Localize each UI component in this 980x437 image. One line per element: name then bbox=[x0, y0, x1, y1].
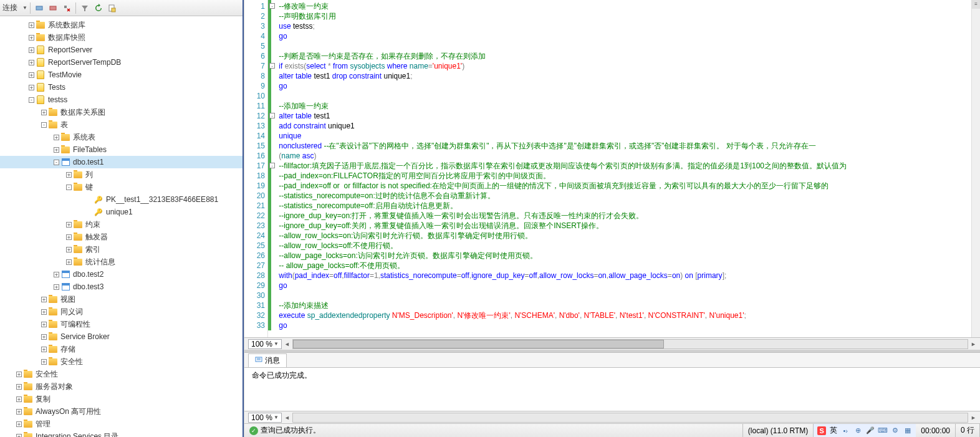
vertical-scrollbar[interactable]: ≡ bbox=[971, 0, 980, 337]
tree-node[interactable]: +统计信息 bbox=[0, 256, 243, 268]
expand-toggle[interactable]: + bbox=[54, 147, 59, 153]
expand-toggle[interactable]: + bbox=[66, 259, 72, 265]
tree-node[interactable]: +约束 bbox=[0, 218, 243, 231]
expand-toggle[interactable]: + bbox=[41, 110, 47, 115]
disconnect-icon[interactable] bbox=[33, 2, 46, 14]
expand-toggle[interactable]: + bbox=[16, 409, 22, 415]
tree-node[interactable]: +管理 bbox=[0, 418, 243, 430]
tree-node[interactable]: +系统表 bbox=[0, 131, 243, 143]
expand-toggle[interactable]: + bbox=[29, 47, 34, 53]
tree-node[interactable]: +Integration Services 目录 bbox=[0, 430, 243, 437]
tree-node[interactable]: +可编程性 bbox=[0, 318, 243, 330]
tree-node[interactable]: 🔑unique1 bbox=[0, 206, 243, 218]
expand-toggle[interactable]: + bbox=[29, 22, 34, 28]
tree-node[interactable]: +存储 bbox=[0, 343, 243, 355]
tree-node[interactable]: +服务器对象 bbox=[0, 380, 243, 393]
tree-node[interactable]: +ReportServer bbox=[0, 44, 243, 56]
connect-label[interactable]: 连接 bbox=[2, 2, 17, 13]
tree-node[interactable]: +触发器 bbox=[0, 231, 243, 243]
scroll-right-icon[interactable]: ► bbox=[971, 415, 976, 421]
tree-node[interactable]: +数据库关系图 bbox=[0, 106, 243, 118]
expand-toggle[interactable]: - bbox=[54, 160, 59, 165]
expand-toggle[interactable]: + bbox=[29, 85, 34, 90]
expand-toggle[interactable]: + bbox=[29, 60, 34, 65]
scrollbar-thumb[interactable] bbox=[293, 340, 664, 348]
expand-toggle[interactable]: + bbox=[16, 372, 22, 377]
scroll-right-icon[interactable]: ► bbox=[971, 341, 976, 347]
ime-keyboard-icon[interactable]: ⌨ bbox=[878, 426, 887, 435]
fold-toggle[interactable]: - bbox=[269, 113, 275, 118]
tree-node[interactable]: +Service Broker bbox=[0, 330, 243, 343]
tree-node[interactable]: +安全性 bbox=[0, 355, 243, 368]
expand-toggle[interactable]: + bbox=[66, 234, 72, 240]
tree-node[interactable]: +FileTables bbox=[0, 143, 243, 156]
scroll-left-icon[interactable]: ◄ bbox=[284, 341, 290, 347]
horizontal-scrollbar[interactable] bbox=[292, 413, 968, 423]
expand-toggle[interactable]: + bbox=[41, 359, 47, 365]
expand-toggle[interactable]: + bbox=[16, 421, 22, 427]
tree-node[interactable]: +TestMovie bbox=[0, 69, 243, 81]
tree-node[interactable]: +索引 bbox=[0, 243, 243, 256]
zoom-combo-messages[interactable]: 100 %▼ bbox=[248, 413, 282, 423]
expand-toggle[interactable]: + bbox=[16, 396, 22, 402]
expand-toggle[interactable]: + bbox=[54, 135, 59, 140]
fold-toggle[interactable]: - bbox=[269, 163, 275, 168]
tree-node[interactable]: -键 bbox=[0, 181, 243, 193]
tree-node[interactable]: +Tests bbox=[0, 81, 243, 94]
filter-icon[interactable] bbox=[79, 2, 91, 14]
fold-toggle[interactable]: - bbox=[269, 63, 275, 69]
expand-toggle[interactable]: + bbox=[66, 222, 72, 228]
ime-full-half-icon[interactable]: •› bbox=[841, 426, 850, 435]
expand-toggle[interactable]: - bbox=[66, 185, 72, 190]
tree-node[interactable]: +AlwaysOn 高可用性 bbox=[0, 405, 243, 418]
ime-menu-icon[interactable]: ▦ bbox=[903, 426, 912, 435]
tree-node[interactable]: +数据库快照 bbox=[0, 31, 243, 44]
expand-toggle[interactable]: + bbox=[29, 72, 34, 78]
expand-toggle[interactable]: + bbox=[41, 297, 47, 302]
ime-bar[interactable]: S 英 •› ⊕ 🎤 ⌨ ⚙ ▦ bbox=[814, 424, 916, 437]
fold-toggle[interactable]: - bbox=[269, 3, 275, 9]
expand-toggle[interactable]: + bbox=[41, 347, 47, 352]
filter-clear-icon[interactable] bbox=[60, 2, 73, 14]
expand-toggle[interactable]: + bbox=[41, 309, 47, 315]
zoom-combo[interactable]: 100 %▼ bbox=[248, 339, 282, 349]
tree-node[interactable]: +安全性 bbox=[0, 368, 243, 380]
tree-node[interactable]: +视图 bbox=[0, 293, 243, 305]
stop-icon[interactable] bbox=[47, 2, 59, 14]
tree-node[interactable]: +dbo.test3 bbox=[0, 281, 243, 293]
ime-settings-icon[interactable]: ⚙ bbox=[891, 426, 900, 435]
expand-toggle[interactable]: + bbox=[66, 247, 72, 252]
messages-body[interactable]: 命令已成功完成。 bbox=[244, 367, 980, 411]
tree-node[interactable]: 🔑PK__test1__3213E83F466EE881 bbox=[0, 193, 243, 206]
expand-toggle[interactable]: + bbox=[41, 334, 47, 340]
expand-toggle[interactable]: + bbox=[66, 172, 72, 178]
tree-node[interactable]: +列 bbox=[0, 168, 243, 181]
expand-toggle[interactable]: - bbox=[41, 122, 47, 128]
scroll-split-icon[interactable]: ≡ bbox=[972, 0, 980, 9]
expand-toggle[interactable]: + bbox=[41, 322, 47, 327]
expand-toggle[interactable]: + bbox=[16, 434, 22, 438]
tree-node[interactable]: +ReportServerTempDB bbox=[0, 56, 243, 69]
connect-dropdown-icon[interactable]: ▼ bbox=[22, 5, 27, 11]
expand-toggle[interactable]: + bbox=[16, 384, 22, 390]
expand-toggle[interactable]: + bbox=[29, 35, 34, 41]
expand-toggle[interactable]: + bbox=[54, 284, 59, 290]
tree-node[interactable]: -testss bbox=[0, 94, 243, 106]
horizontal-scrollbar[interactable] bbox=[292, 339, 968, 349]
refresh-icon[interactable] bbox=[92, 2, 105, 14]
tree-node[interactable]: -表 bbox=[0, 118, 243, 131]
scroll-left-icon[interactable]: ◄ bbox=[284, 415, 290, 421]
object-explorer-tree[interactable]: +系统数据库+数据库快照+ReportServer+ReportServerTe… bbox=[0, 16, 243, 437]
tree-node[interactable]: +同义词 bbox=[0, 305, 243, 318]
expand-toggle[interactable]: + bbox=[54, 272, 59, 277]
tree-node[interactable]: +复制 bbox=[0, 393, 243, 405]
ime-globe-icon[interactable]: ⊕ bbox=[853, 426, 862, 435]
code-editor[interactable]: --修改唯一约束 --声明数据库引用 use testss; go --判断是否… bbox=[277, 0, 971, 337]
script-icon[interactable] bbox=[106, 2, 118, 14]
tree-node[interactable]: +系统数据库 bbox=[0, 19, 243, 31]
ime-mic-icon[interactable]: 🎤 bbox=[866, 426, 875, 435]
tree-node[interactable]: -dbo.test1 bbox=[0, 156, 243, 168]
expand-toggle[interactable]: - bbox=[29, 97, 34, 103]
tree-node[interactable]: +dbo.test2 bbox=[0, 268, 243, 281]
messages-tab[interactable]: 消息 bbox=[248, 353, 287, 367]
